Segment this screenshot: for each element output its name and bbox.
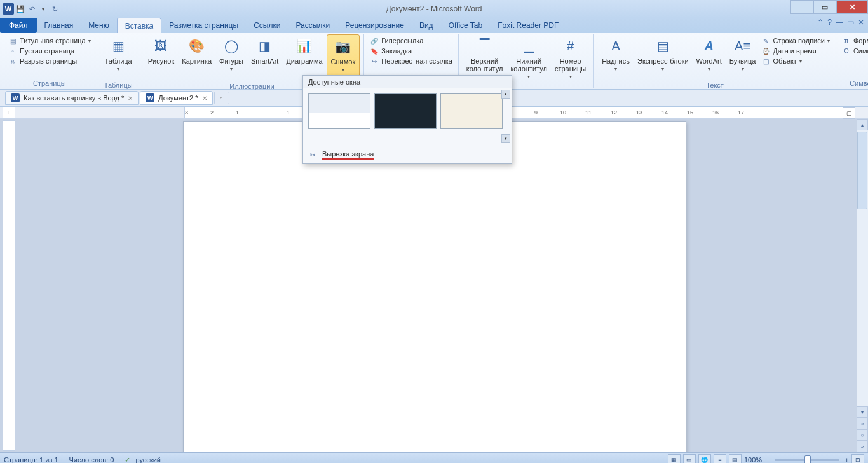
horizontal-ruler[interactable]: 3 2 1 1 2 9 10 11 12 13 14 15 16 17 bbox=[184, 107, 849, 118]
dropcap-button[interactable]: A≡Буквица▾ bbox=[726, 34, 760, 81]
zoom-level[interactable]: 100% bbox=[744, 456, 762, 463]
mdi-min-icon[interactable]: — bbox=[836, 18, 843, 27]
equation-button[interactable]: πФормула▾ bbox=[840, 36, 868, 46]
quickparts-button[interactable]: ▤Экспресс-блоки▾ bbox=[634, 34, 693, 81]
view-fullscreen-icon[interactable]: ▭ bbox=[683, 454, 696, 463]
status-language[interactable]: русский bbox=[135, 456, 160, 463]
window-thumbnail-1[interactable] bbox=[308, 93, 370, 129]
group-symbols: πФормула▾ ΩСимвол▾ Символы bbox=[836, 34, 868, 88]
dropdown-footer[interactable]: ✂ Вырезка экрана bbox=[303, 146, 512, 163]
undo-dropdown-icon[interactable]: ▾ bbox=[38, 4, 48, 14]
scroll-up-icon[interactable]: ▴ bbox=[857, 119, 868, 130]
dropdown-scroll-up-icon[interactable]: ▴ bbox=[501, 90, 510, 99]
minimize-button[interactable]: — bbox=[790, 0, 813, 14]
tab-menu[interactable]: Меню bbox=[81, 18, 116, 33]
browse-object-icon[interactable]: ○ bbox=[857, 429, 868, 441]
ruler-toggle-button[interactable]: ▢ bbox=[843, 107, 855, 119]
scroll-down-icon[interactable]: ▾ bbox=[857, 406, 868, 418]
tab-insert[interactable]: Вставка bbox=[117, 18, 162, 33]
zoom-slider[interactable] bbox=[775, 459, 839, 461]
file-tab[interactable]: Файл bbox=[0, 18, 37, 33]
header-button[interactable]: ▔Верхний колонтитул▾ bbox=[463, 34, 507, 81]
view-draft-icon[interactable]: ▤ bbox=[729, 454, 742, 463]
zoom-out-icon[interactable]: − bbox=[764, 456, 768, 463]
tab-selector-button[interactable]: L bbox=[3, 107, 15, 118]
dropdown-scroll-down-icon[interactable]: ▾ bbox=[501, 134, 510, 143]
signature-line-button[interactable]: ✎Строка подписи▾ bbox=[759, 36, 831, 46]
group-tables: ▦Таблица▾ Таблицы bbox=[97, 34, 140, 88]
group-pages-label: Страницы bbox=[6, 79, 93, 88]
view-print-layout-icon[interactable]: ▦ bbox=[668, 454, 681, 463]
textbox-button[interactable]: AНадпись▾ bbox=[598, 34, 634, 81]
doc-tab-label: Как вставить картинку в Ворд * bbox=[24, 94, 124, 102]
pagenum-button[interactable]: #Номер страницы▾ bbox=[551, 34, 590, 81]
maximize-button[interactable]: ▭ bbox=[813, 0, 836, 14]
tab-mailings[interactable]: Рассылки bbox=[288, 18, 337, 33]
tab-pagelayout[interactable]: Разметка страницы bbox=[161, 18, 246, 33]
scroll-thumb[interactable] bbox=[857, 132, 867, 209]
shapes-button[interactable]: ◯Фигуры▾ bbox=[215, 34, 247, 81]
doc-tab-1[interactable]: W Как вставить картинку в Ворд * ✕ bbox=[5, 91, 139, 105]
spellcheck-icon[interactable]: ✓ bbox=[125, 456, 130, 464]
cover-page-button[interactable]: ▤Титульная страница▾ bbox=[6, 36, 93, 46]
wordart-button[interactable]: AWordArt▾ bbox=[693, 34, 726, 81]
prev-page-icon[interactable]: « bbox=[857, 418, 868, 429]
group-pages: ▤Титульная страница▾ ▫Пустая страница ⎌Р… bbox=[3, 34, 97, 88]
tab-officetab[interactable]: Office Tab bbox=[441, 18, 491, 33]
object-button[interactable]: ◫Объект▾ bbox=[759, 56, 831, 66]
document-page[interactable] bbox=[183, 121, 686, 452]
zoom-thumb[interactable] bbox=[804, 455, 811, 463]
page-area[interactable] bbox=[18, 119, 857, 452]
shapes-icon: ◯ bbox=[221, 36, 241, 56]
tab-references[interactable]: Ссылки bbox=[246, 18, 288, 33]
statusbar: Страница: 1 из 1 Число слов: 0 ✓ русский… bbox=[0, 452, 868, 463]
undo-icon[interactable]: ↶ bbox=[27, 4, 37, 14]
status-page[interactable]: Страница: 1 из 1 bbox=[4, 456, 58, 463]
table-button[interactable]: ▦Таблица▾ bbox=[101, 34, 136, 81]
next-page-icon[interactable]: » bbox=[857, 441, 868, 452]
doc-tab-label: Документ2 * bbox=[158, 94, 198, 102]
ribbon-minimize-icon[interactable]: ⌃ bbox=[817, 18, 824, 27]
tab-foxit[interactable]: Foxit Reader PDF bbox=[490, 18, 566, 33]
smartart-button[interactable]: ◨SmartArt bbox=[247, 34, 282, 81]
tab-view[interactable]: Вид bbox=[412, 18, 441, 33]
help-icon[interactable]: ? bbox=[827, 18, 832, 27]
clipart-button[interactable]: 🎨Картинка bbox=[178, 34, 215, 81]
cover-page-icon: ▤ bbox=[8, 36, 17, 45]
zoom-in-icon[interactable]: + bbox=[845, 456, 849, 463]
window-thumbnail-2[interactable] bbox=[374, 93, 437, 129]
scroll-track[interactable] bbox=[857, 130, 868, 406]
picture-button[interactable]: 🖼Рисунок bbox=[144, 34, 179, 81]
vertical-ruler[interactable] bbox=[3, 120, 15, 451]
mdi-close-icon[interactable]: ✕ bbox=[858, 18, 864, 27]
chart-button[interactable]: 📊Диаграмма bbox=[282, 34, 326, 81]
redo-icon[interactable]: ↻ bbox=[50, 4, 60, 14]
crossref-button[interactable]: ↪Перекрестная ссылка bbox=[368, 56, 454, 66]
mdi-restore-icon[interactable]: ▭ bbox=[847, 18, 854, 27]
symbol-button[interactable]: ΩСимвол▾ bbox=[840, 46, 868, 56]
quick-access-toolbar: W 💾 ↶ ▾ ↻ bbox=[0, 3, 60, 15]
view-web-icon[interactable]: 🌐 bbox=[698, 454, 711, 463]
status-words[interactable]: Число слов: 0 bbox=[69, 456, 114, 463]
zoom-dialog-icon[interactable]: ⊡ bbox=[851, 454, 864, 463]
tab-review[interactable]: Рецензирование bbox=[337, 18, 412, 33]
new-doc-tab-button[interactable]: ▫ bbox=[214, 92, 229, 104]
save-icon[interactable]: 💾 bbox=[15, 4, 25, 14]
close-button[interactable]: ✕ bbox=[836, 0, 868, 14]
bookmark-button[interactable]: 🔖Закладка bbox=[368, 46, 454, 56]
vertical-scrollbar[interactable]: ▴ ▾ « ○ » bbox=[857, 119, 868, 452]
window-thumbnail-3[interactable] bbox=[440, 93, 503, 129]
footer-button[interactable]: ▁Нижний колонтитул▾ bbox=[506, 34, 551, 81]
page-break-button[interactable]: ⎌Разрыв страницы bbox=[6, 56, 93, 66]
view-outline-icon[interactable]: ≡ bbox=[714, 454, 726, 463]
titlebar: W 💾 ↶ ▾ ↻ Документ2 - Microsoft Word — ▭… bbox=[0, 0, 868, 18]
blank-page-button[interactable]: ▫Пустая страница bbox=[6, 46, 93, 56]
datetime-button[interactable]: ⌚Дата и время bbox=[759, 46, 831, 56]
close-tab-icon[interactable]: ✕ bbox=[202, 95, 207, 102]
doc-tab-2[interactable]: W Документ2 * ✕ bbox=[140, 91, 212, 105]
word-app-icon[interactable]: W bbox=[3, 3, 14, 15]
close-tab-icon[interactable]: ✕ bbox=[128, 95, 133, 102]
symbol-icon: Ω bbox=[842, 46, 851, 55]
hyperlink-button[interactable]: 🔗Гиперссылка bbox=[368, 36, 454, 46]
tab-home[interactable]: Главная bbox=[37, 18, 81, 33]
